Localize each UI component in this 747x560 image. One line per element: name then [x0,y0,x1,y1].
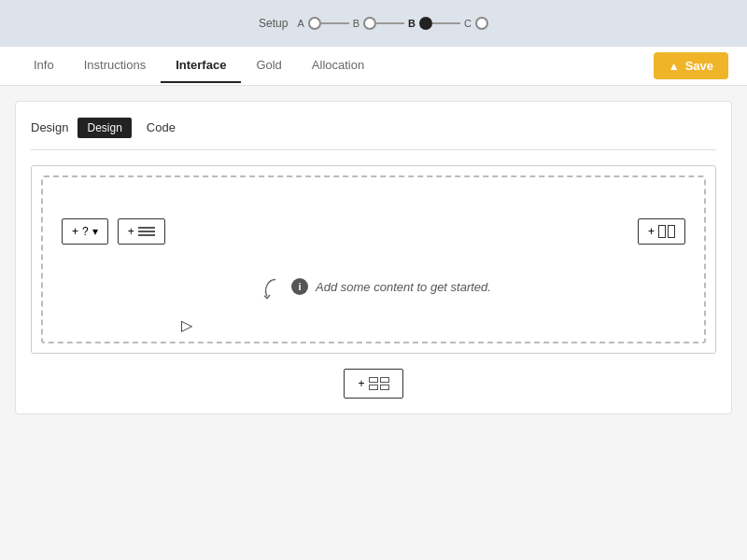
design-toggle-label: Design [87,121,121,134]
col-bar-2 [668,225,675,238]
table-row-2 [369,385,389,390]
question-widget-icon: ? [82,225,89,238]
table-widget-button[interactable]: + [344,369,402,399]
step-line-bc [376,22,404,24]
widget-left-group: + ? ▾ + [62,218,165,245]
design-label: Design [31,120,68,134]
nav-tabs: Info Instructions Interface Gold Allocat… [19,49,654,83]
question-widget-plus: + [72,225,78,238]
table-cell-1-1 [369,377,378,383]
tab-gold[interactable]: Gold [241,49,296,83]
tab-info[interactable]: Info [19,49,69,83]
text-line-2 [138,231,155,232]
step-a-letter: A [297,18,303,29]
code-button[interactable]: Code [141,117,181,138]
table-cell-2-1 [369,385,378,390]
arrow-icon [256,273,284,301]
tab-allocation[interactable]: Allocation [297,49,379,83]
save-label: Save [685,59,713,73]
info-message: Add some content to get started. [316,280,491,294]
table-widget-icon [369,377,389,390]
step-b-dot[interactable] [363,17,376,30]
progress-bar-section: Setup A B B C [0,0,747,47]
drop-zone[interactable]: + ? ▾ + [41,175,706,343]
text-line-1 [138,227,155,229]
main-content: Design Design Code + ? ▾ + [15,101,732,414]
below-canvas: + [31,369,716,399]
question-widget-chevron: ▾ [92,225,98,238]
text-widget-icon [138,227,155,236]
warning-icon: ▲ [669,60,680,73]
step-c-dot[interactable] [475,17,488,30]
table-widget-plus: + [358,377,364,390]
progress-steps: Setup A B B C [259,17,488,30]
design-code-row: Design Design Code [31,117,716,138]
step-line-cd [432,22,460,24]
columns-icon [658,225,675,238]
divider [31,149,716,150]
tab-interface[interactable]: Interface [161,49,241,83]
text-widget-plus: + [128,225,134,238]
step-a-dot[interactable] [308,17,321,30]
columns-widget-button[interactable]: + [638,218,685,245]
step-line-ab [321,22,349,24]
tab-instructions[interactable]: Instructions [69,49,161,83]
step-b-active-dot[interactable] [419,17,432,30]
col-icon-graphic [658,225,675,238]
table-cell-1-2 [380,377,389,383]
step-b-active-letter: B [408,18,416,29]
text-content-widget-button[interactable]: + [118,218,165,245]
info-icon: i [291,278,308,295]
step-b-letter: B [353,18,359,29]
text-lines-icon [138,227,155,236]
save-button[interactable]: ▲ Save [654,52,728,79]
col-bar-1 [658,225,666,238]
table-cell-2-2 [380,385,389,390]
text-line-3 [138,234,155,236]
nav-section: Info Instructions Interface Gold Allocat… [0,47,747,86]
canvas-area: + ? ▾ + [31,165,716,354]
design-toggle-button[interactable]: Design [78,118,131,138]
step-c-letter: C [464,18,472,29]
columns-widget-plus: + [648,225,655,238]
setup-label: Setup [259,17,288,30]
widget-row: + ? ▾ + [62,218,685,245]
table-icon-graphic [369,377,389,390]
table-row-1 [369,377,389,383]
step-group: A B B C [293,17,488,30]
info-row: i Add some content to get started. [256,273,491,301]
question-widget-button[interactable]: + ? ▾ [62,218,108,245]
